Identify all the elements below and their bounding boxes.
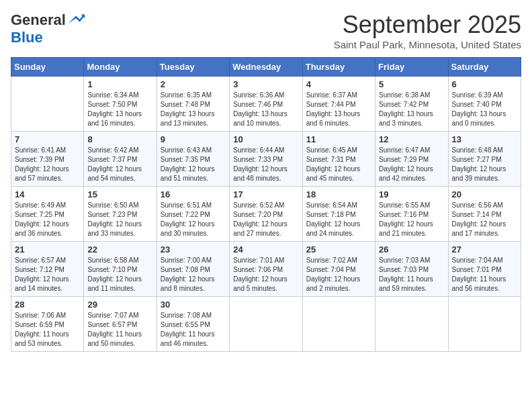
day-cell: 24Sunrise: 7:01 AMSunset: 7:06 PMDayligh… (230, 242, 302, 297)
day-cell: 13Sunrise: 6:48 AMSunset: 7:27 PMDayligh… (448, 132, 521, 187)
day-number: 20 (452, 189, 517, 199)
day-info: Sunrise: 6:35 AMSunset: 7:48 PMDaylight:… (161, 91, 226, 128)
day-number: 6 (452, 79, 517, 89)
day-info: Sunrise: 6:41 AMSunset: 7:39 PMDaylight:… (15, 146, 80, 183)
day-info: Sunrise: 6:51 AMSunset: 7:22 PMDaylight:… (161, 201, 226, 238)
day-cell: 14Sunrise: 6:49 AMSunset: 7:25 PMDayligh… (11, 187, 84, 242)
day-number: 27 (452, 244, 517, 255)
day-cell (375, 297, 448, 352)
day-number: 30 (161, 300, 226, 310)
day-number: 15 (87, 189, 152, 199)
day-number: 24 (233, 244, 298, 255)
day-cell: 9Sunrise: 6:43 AMSunset: 7:35 PMDaylight… (157, 132, 229, 187)
day-cell: 26Sunrise: 7:03 AMSunset: 7:03 PMDayligh… (375, 242, 448, 297)
day-info: Sunrise: 7:08 AMSunset: 6:55 PMDaylight:… (161, 311, 226, 349)
day-number: 22 (87, 244, 152, 255)
day-cell: 12Sunrise: 6:47 AMSunset: 7:29 PMDayligh… (375, 132, 448, 187)
day-number: 2 (161, 79, 226, 89)
day-cell: 16Sunrise: 6:51 AMSunset: 7:22 PMDayligh… (157, 187, 229, 242)
month-title: September 2025 (334, 11, 521, 39)
day-cell (230, 297, 302, 352)
day-cell: 7Sunrise: 6:41 AMSunset: 7:39 PMDaylight… (11, 132, 84, 187)
logo-general-text: General (11, 12, 66, 28)
day-info: Sunrise: 6:49 AMSunset: 7:25 PMDaylight:… (15, 201, 80, 238)
day-cell: 2Sunrise: 6:35 AMSunset: 7:48 PMDaylight… (157, 77, 229, 132)
calendar-body: 1Sunrise: 6:34 AMSunset: 7:50 PMDaylight… (11, 77, 521, 352)
day-number: 3 (233, 79, 298, 89)
svg-marker-0 (69, 15, 85, 24)
day-number: 9 (161, 134, 226, 144)
day-cell: 29Sunrise: 7:07 AMSunset: 6:57 PMDayligh… (84, 297, 157, 352)
day-info: Sunrise: 6:37 AMSunset: 7:44 PMDaylight:… (306, 91, 371, 128)
day-number: 5 (379, 79, 444, 89)
day-number: 14 (15, 189, 80, 199)
day-number: 19 (379, 189, 444, 199)
day-info: Sunrise: 6:39 AMSunset: 7:40 PMDaylight:… (452, 91, 517, 128)
day-cell: 15Sunrise: 6:50 AMSunset: 7:23 PMDayligh… (84, 187, 157, 242)
day-info: Sunrise: 6:43 AMSunset: 7:35 PMDaylight:… (161, 146, 226, 183)
day-number: 18 (306, 189, 371, 199)
day-number: 12 (379, 134, 444, 144)
day-info: Sunrise: 7:00 AMSunset: 7:08 PMDaylight:… (161, 256, 226, 293)
day-info: Sunrise: 7:01 AMSunset: 7:06 PMDaylight:… (233, 256, 298, 293)
weekday-header-saturday: Saturday (448, 58, 521, 77)
day-info: Sunrise: 6:36 AMSunset: 7:46 PMDaylight:… (233, 91, 298, 128)
calendar-table: SundayMondayTuesdayWednesdayThursdayFrid… (11, 57, 521, 352)
logo: General Blue (11, 11, 86, 46)
day-info: Sunrise: 6:47 AMSunset: 7:29 PMDaylight:… (379, 146, 444, 183)
day-number: 23 (161, 244, 226, 255)
week-row-2: 7Sunrise: 6:41 AMSunset: 7:39 PMDaylight… (11, 132, 521, 187)
day-info: Sunrise: 6:57 AMSunset: 7:12 PMDaylight:… (15, 256, 80, 293)
header: General Blue September 2025 Saint Paul P… (11, 11, 521, 50)
weekday-header-thursday: Thursday (302, 58, 375, 77)
day-cell: 30Sunrise: 7:08 AMSunset: 6:55 PMDayligh… (157, 297, 229, 352)
location-title: Saint Paul Park, Minnesota, United State… (334, 39, 521, 50)
title-area: September 2025 Saint Paul Park, Minnesot… (334, 11, 521, 50)
day-cell: 3Sunrise: 6:36 AMSunset: 7:46 PMDaylight… (230, 77, 302, 132)
day-info: Sunrise: 6:44 AMSunset: 7:33 PMDaylight:… (233, 146, 298, 183)
day-cell: 11Sunrise: 6:45 AMSunset: 7:31 PMDayligh… (302, 132, 375, 187)
day-info: Sunrise: 6:48 AMSunset: 7:27 PMDaylight:… (452, 146, 517, 183)
day-cell: 5Sunrise: 6:38 AMSunset: 7:42 PMDaylight… (375, 77, 448, 132)
week-row-1: 1Sunrise: 6:34 AMSunset: 7:50 PMDaylight… (11, 77, 521, 132)
day-cell: 22Sunrise: 6:58 AMSunset: 7:10 PMDayligh… (84, 242, 157, 297)
day-number: 1 (87, 79, 152, 89)
week-row-4: 21Sunrise: 6:57 AMSunset: 7:12 PMDayligh… (11, 242, 521, 297)
day-cell (302, 297, 375, 352)
day-info: Sunrise: 7:02 AMSunset: 7:04 PMDaylight:… (306, 256, 371, 293)
logo-blue-text: Blue (11, 29, 43, 46)
day-info: Sunrise: 6:58 AMSunset: 7:10 PMDaylight:… (87, 256, 152, 293)
day-number: 10 (233, 134, 298, 144)
day-info: Sunrise: 6:34 AMSunset: 7:50 PMDaylight:… (87, 91, 152, 128)
weekday-header-sunday: Sunday (11, 58, 84, 77)
day-number: 4 (306, 79, 371, 89)
week-row-5: 28Sunrise: 7:06 AMSunset: 6:59 PMDayligh… (11, 297, 521, 352)
day-info: Sunrise: 6:55 AMSunset: 7:16 PMDaylight:… (379, 201, 444, 238)
day-cell: 20Sunrise: 6:56 AMSunset: 7:14 PMDayligh… (448, 187, 521, 242)
day-info: Sunrise: 6:56 AMSunset: 7:14 PMDaylight:… (452, 201, 517, 238)
day-cell: 28Sunrise: 7:06 AMSunset: 6:59 PMDayligh… (11, 297, 84, 352)
day-cell: 23Sunrise: 7:00 AMSunset: 7:08 PMDayligh… (157, 242, 229, 297)
day-number: 21 (15, 244, 80, 255)
day-info: Sunrise: 6:42 AMSunset: 7:37 PMDaylight:… (87, 146, 152, 183)
day-number: 11 (306, 134, 371, 144)
day-number: 25 (306, 244, 371, 255)
day-cell: 4Sunrise: 6:37 AMSunset: 7:44 PMDaylight… (302, 77, 375, 132)
day-number: 28 (15, 300, 80, 310)
day-info: Sunrise: 6:50 AMSunset: 7:23 PMDaylight:… (87, 201, 152, 238)
day-cell: 21Sunrise: 6:57 AMSunset: 7:12 PMDayligh… (11, 242, 84, 297)
day-cell: 6Sunrise: 6:39 AMSunset: 7:40 PMDaylight… (448, 77, 521, 132)
day-number: 26 (379, 244, 444, 255)
day-info: Sunrise: 7:03 AMSunset: 7:03 PMDaylight:… (379, 256, 444, 293)
day-number: 7 (15, 134, 80, 144)
day-number: 8 (87, 134, 152, 144)
weekday-header-wednesday: Wednesday (230, 58, 302, 77)
day-cell: 25Sunrise: 7:02 AMSunset: 7:04 PMDayligh… (302, 242, 375, 297)
day-cell: 17Sunrise: 6:52 AMSunset: 7:20 PMDayligh… (230, 187, 302, 242)
day-cell (448, 297, 521, 352)
day-info: Sunrise: 6:54 AMSunset: 7:18 PMDaylight:… (306, 201, 371, 238)
day-number: 13 (452, 134, 517, 144)
weekday-header-monday: Monday (84, 58, 157, 77)
day-cell: 19Sunrise: 6:55 AMSunset: 7:16 PMDayligh… (375, 187, 448, 242)
day-number: 17 (233, 189, 298, 199)
